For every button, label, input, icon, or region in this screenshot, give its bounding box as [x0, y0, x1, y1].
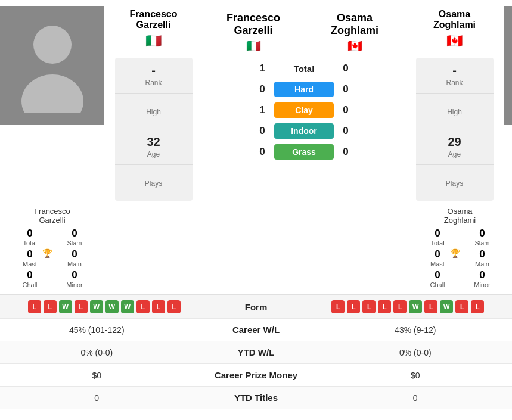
prize-row: $0 Career Prize Money $0 [0, 363, 512, 386]
indoor-score-p1: 0 [250, 125, 274, 137]
score-rows: 1 Total 0 0 Hard 0 1 Clay 0 0 [203, 59, 405, 161]
p2-chall-val: 0 [418, 269, 457, 281]
form-badge-l: L [331, 300, 345, 313]
player2-rank-cell: - Rank [416, 58, 494, 94]
p1-slam-block: 0 Slam [55, 228, 94, 247]
player2-flag: 🇨🇦 [446, 33, 463, 49]
indoor-label: Indoor [274, 123, 334, 139]
player1-photo [0, 6, 104, 125]
player2-rank-label: Rank [446, 79, 463, 87]
total-score-p1: 1 [250, 63, 274, 74]
p1-mast-block: 0 Mast 🏆 [11, 248, 49, 267]
form-badge-l: L [167, 300, 181, 313]
p2-chall-label: Chall [418, 281, 457, 288]
player2-age-value: 29 [448, 135, 461, 149]
ytd-titles-p1: 0 [9, 393, 185, 403]
ytd-titles-label: YTD Titles [185, 393, 328, 403]
svg-point-0 [33, 26, 72, 64]
grass-score-p1: 0 [250, 146, 274, 158]
p2-total-val: 0 [418, 228, 457, 239]
form-badge-l: L [362, 300, 376, 313]
clay-score-p1: 1 [250, 104, 274, 116]
player2-plays-cell: Plays [416, 165, 494, 201]
form-label: Form [203, 302, 310, 312]
clay-label: Clay [274, 102, 334, 118]
p2-mast-block: 0 Mast 🏆 [418, 248, 457, 267]
form-badge-l: L [393, 300, 407, 313]
hard-score-p2: 0 [334, 83, 358, 95]
center-player2-name: OsamaZoghlami [304, 12, 405, 37]
p1-minor-label: Minor [55, 281, 94, 288]
center-player2-flag: 🇨🇦 [304, 39, 405, 53]
player1-rank-cell: - Rank [115, 58, 193, 94]
player1-info: Francesco Garzelli 🇮🇹 - Rank High 32 Age [104, 6, 203, 204]
p1-slam-label: Slam [55, 239, 94, 247]
form-badge-l: L [44, 300, 57, 313]
hard-score-p1: 0 [250, 83, 274, 95]
player2-info: Osama Zoghlami 🇨🇦 - Rank High 29 Age [405, 6, 504, 204]
player1-age-cell: 32 Age [115, 129, 193, 165]
player1-detail-panel: - Rank High 32 Age Plays [115, 58, 193, 201]
p1-main-label: Main [55, 260, 94, 267]
p1-main-val: 0 [55, 248, 94, 260]
hard-label: Hard [274, 82, 334, 97]
form-badge-l: L [28, 300, 41, 313]
player1-plays-label: Plays [145, 179, 162, 188]
player2-detail-panel: - Rank High 29 Age Plays [416, 58, 494, 201]
ytd-wl-label: YTD W/L [185, 347, 328, 357]
prize-p2: $0 [328, 371, 504, 380]
form-section: LLWLWWWLLL Form LLLLLWLWLL [0, 295, 512, 318]
p1-mast-label: Mast [11, 260, 49, 267]
p1-minor-val: 0 [55, 269, 94, 281]
player1-high-cell: High [115, 94, 193, 129]
score-row-hard: 0 Hard 0 [203, 80, 405, 99]
form-badge-w: W [121, 300, 134, 313]
player1-high-label: High [146, 108, 161, 116]
p2-total-label: Total [418, 239, 457, 247]
prize-label: Career Prize Money [185, 370, 328, 380]
score-row-indoor: 0 Indoor 0 [203, 122, 405, 141]
player1-rank-label: Rank [145, 79, 162, 87]
player1-name: Francesco Garzelli [129, 9, 177, 30]
ytd-titles-row: 0 YTD Titles 0 [0, 386, 512, 409]
player2-name-display: Osama Zoghlami [433, 9, 476, 30]
player2-plays-label: Plays [446, 179, 463, 188]
player1-form-badges: LLWLWWWLLL [6, 300, 203, 313]
p1-total-label: Total [11, 239, 49, 247]
p1-chall-label: Chall [11, 281, 49, 288]
p2-main-block: 0 Main [463, 248, 502, 267]
player1-flag: 🇮🇹 [145, 33, 162, 49]
clay-score-p2: 0 [334, 104, 358, 116]
indoor-score-p2: 0 [334, 125, 358, 137]
top-section: Francesco Garzelli 🇮🇹 - Rank High 32 Age [0, 0, 512, 204]
svg-point-1 [21, 74, 83, 113]
total-score-p2: 0 [334, 63, 358, 74]
p2-chall-block: 0 Chall [418, 269, 457, 288]
p2-mast-label: Mast [418, 260, 457, 267]
player2-age-label: Age [448, 150, 461, 158]
p2-minor-val: 0 [463, 269, 502, 281]
form-badge-l: L [455, 300, 468, 313]
player2-bottom: OsamaZoghlami 0 Total 0 Slam 0 Mast 🏆 0 [408, 207, 512, 288]
player1-age-label: Age [147, 150, 160, 158]
center-section: FrancescoGarzelli 🇮🇹 OsamaZoghlami 🇨🇦 [203, 6, 405, 204]
p2-slam-block: 0 Slam [463, 228, 502, 247]
player2-high-cell: High [416, 94, 494, 129]
player2-form-badges: LLLLLWLWLL [310, 300, 507, 313]
p2-slam-label: Slam [463, 239, 502, 247]
p1-trophy-icon: 🏆 [42, 248, 52, 258]
player-names-stats-row: FrancescoGarzelli 0 Total 0 Slam 0 Mast … [0, 204, 512, 295]
p1-minor-block: 0 Minor [55, 269, 94, 288]
main-container: Francesco Garzelli 🇮🇹 - Rank High 32 Age [0, 0, 512, 420]
player1-stats-grid: 0 Total 0 Slam 0 Mast 🏆 0 Main 0 [11, 228, 94, 288]
form-badge-l: L [347, 300, 360, 313]
career-wl-p1: 45% (101-122) [9, 325, 185, 335]
form-badge-l: L [136, 300, 150, 313]
p2-minor-label: Minor [463, 281, 502, 288]
player2-name-bottom: OsamaZoghlami [444, 207, 476, 225]
score-row-clay: 1 Clay 0 [203, 101, 405, 120]
player2-photo [504, 6, 512, 125]
p2-main-label: Main [463, 260, 502, 267]
career-wl-p2: 43% (9-12) [328, 325, 504, 335]
player1-bottom: FrancescoGarzelli 0 Total 0 Slam 0 Mast … [0, 207, 104, 288]
